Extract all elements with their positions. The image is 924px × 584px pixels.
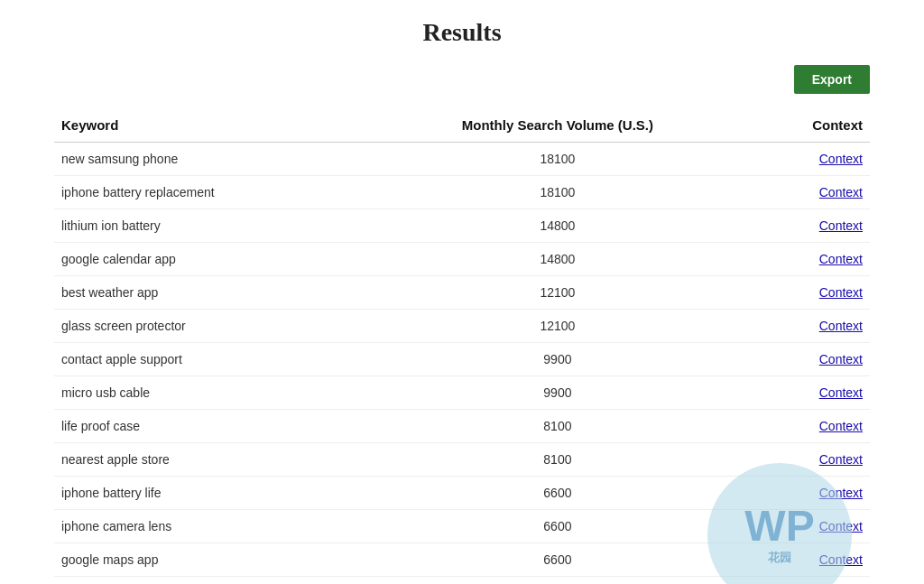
table-cell-volume: 14800 — [366, 243, 750, 276]
table-row: life proof case8100Context — [54, 410, 870, 443]
table-cell-context[interactable]: Context — [749, 243, 870, 276]
table-cell-keyword: iphone camera lens — [54, 510, 366, 543]
context-link[interactable]: Context — [819, 452, 863, 467]
table-row: contact apple support9900Context — [54, 343, 870, 376]
table-cell-context[interactable]: Context — [749, 176, 870, 209]
table-row: iphone camera lens6600Context — [54, 510, 870, 543]
table-cell-volume: 9900 — [366, 376, 750, 410]
table-cell-context[interactable]: Context — [749, 510, 870, 543]
table-row: iphone battery life6600Context — [54, 477, 870, 510]
table-cell-context[interactable]: Context — [749, 343, 870, 376]
table-cell-volume: 12100 — [366, 310, 750, 343]
table-cell-context[interactable]: Context — [749, 276, 870, 310]
col-header-keyword: Keyword — [54, 108, 366, 143]
context-link[interactable]: Context — [819, 552, 863, 567]
page-container: Results Export Keyword Monthly Search Vo… — [0, 0, 924, 584]
table-header-row: Keyword Monthly Search Volume (U.S.) Con… — [54, 108, 870, 143]
context-link[interactable]: Context — [819, 319, 863, 333]
table-cell-keyword: google calendar app — [54, 243, 366, 276]
table-cell-volume: 8100 — [366, 443, 750, 477]
table-cell-volume: 12100 — [366, 276, 750, 310]
context-link[interactable]: Context — [819, 252, 863, 266]
table-row: nearest apple store8100Context — [54, 443, 870, 477]
table-row: glass screen protector12100Context — [54, 310, 870, 343]
table-cell-context[interactable]: Context — [749, 543, 870, 577]
table-cell-keyword: nearest apple store — [54, 443, 366, 477]
table-cell-keyword: best weather app — [54, 276, 366, 310]
col-header-volume: Monthly Search Volume (U.S.) — [366, 108, 750, 143]
table-cell-context[interactable]: Context — [749, 209, 870, 243]
table-cell-volume: 18100 — [366, 143, 750, 176]
table-cell-keyword: contact apple support — [54, 343, 366, 376]
context-link[interactable]: Context — [819, 285, 863, 300]
table-row: micro usb cable9900Context — [54, 376, 870, 410]
table-row: worst case scenario5400Context — [54, 577, 870, 585]
table-cell-keyword: glass screen protector — [54, 310, 366, 343]
table-cell-volume: 6600 — [366, 477, 750, 510]
table-cell-keyword: life proof case — [54, 410, 366, 443]
table-row: google maps app6600Context — [54, 543, 870, 577]
table-cell-context[interactable]: Context — [749, 410, 870, 443]
table-cell-keyword: lithium ion battery — [54, 209, 366, 243]
context-link[interactable]: Context — [819, 419, 863, 433]
col-header-context: Context — [749, 108, 870, 143]
table-cell-context[interactable]: Context — [749, 143, 870, 176]
table-cell-keyword: worst case scenario — [54, 577, 366, 585]
context-link[interactable]: Context — [819, 486, 863, 500]
context-link[interactable]: Context — [819, 352, 863, 366]
table-cell-context[interactable]: Context — [749, 310, 870, 343]
context-link[interactable]: Context — [819, 519, 863, 533]
table-row: lithium ion battery14800Context — [54, 209, 870, 243]
table-row: iphone battery replacement18100Context — [54, 176, 870, 209]
table-row: new samsung phone18100Context — [54, 143, 870, 176]
context-link[interactable]: Context — [819, 385, 863, 400]
table-cell-keyword: iphone battery life — [54, 477, 366, 510]
table-cell-volume: 18100 — [366, 176, 750, 209]
table-body: new samsung phone18100Contextiphone batt… — [54, 143, 870, 585]
table-cell-volume: 14800 — [366, 209, 750, 243]
table-cell-volume: 6600 — [366, 543, 750, 577]
context-link[interactable]: Context — [819, 185, 863, 199]
export-row: Export — [54, 65, 870, 94]
table-row: best weather app12100Context — [54, 276, 870, 310]
results-table: Keyword Monthly Search Volume (U.S.) Con… — [54, 108, 870, 584]
table-cell-volume: 6600 — [366, 510, 750, 543]
page-title: Results — [54, 18, 870, 47]
table-cell-volume: 9900 — [366, 343, 750, 376]
table-cell-keyword: google maps app — [54, 543, 366, 577]
table-cell-context[interactable]: Context — [749, 443, 870, 477]
table-cell-keyword: micro usb cable — [54, 376, 366, 410]
table-cell-context[interactable]: Context — [749, 477, 870, 510]
table-cell-volume: 5400 — [366, 577, 750, 585]
table-cell-context[interactable]: Context — [749, 577, 870, 585]
table-cell-context[interactable]: Context — [749, 376, 870, 410]
table-cell-volume: 8100 — [366, 410, 750, 443]
table-cell-keyword: new samsung phone — [54, 143, 366, 176]
context-link[interactable]: Context — [819, 218, 863, 233]
table-cell-keyword: iphone battery replacement — [54, 176, 366, 209]
context-link[interactable]: Context — [819, 152, 863, 166]
export-button[interactable]: Export — [794, 65, 870, 94]
table-row: google calendar app14800Context — [54, 243, 870, 276]
